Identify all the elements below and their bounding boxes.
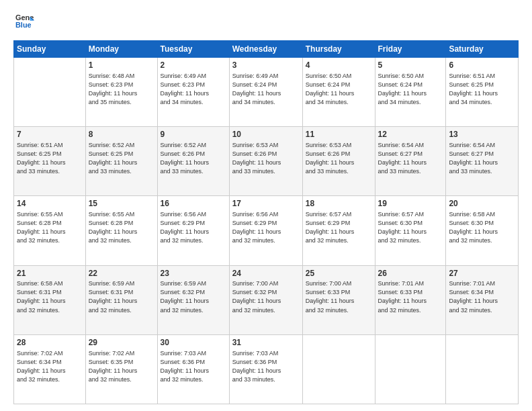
- day-info: Sunrise: 6:57 AM Sunset: 6:30 PM Dayligh…: [378, 210, 443, 245]
- day-number: 20: [449, 198, 515, 210]
- day-number: 30: [161, 337, 226, 349]
- day-cell: 6Sunrise: 6:51 AM Sunset: 6:25 PM Daylig…: [446, 58, 519, 127]
- week-row-4: 21Sunrise: 6:58 AM Sunset: 6:31 PM Dayli…: [14, 265, 519, 334]
- day-cell: 15Sunrise: 6:55 AM Sunset: 6:28 PM Dayli…: [85, 196, 157, 265]
- day-number: 21: [17, 268, 83, 279]
- day-cell: [302, 334, 375, 404]
- weekday-header-thursday: Thursday: [302, 41, 375, 58]
- day-cell: [14, 58, 86, 127]
- day-cell: 21Sunrise: 6:58 AM Sunset: 6:31 PM Dayli…: [14, 265, 86, 334]
- day-number: 1: [89, 60, 154, 71]
- day-number: 5: [378, 60, 443, 71]
- day-info: Sunrise: 6:50 AM Sunset: 6:24 PM Dayligh…: [378, 72, 443, 107]
- day-info: Sunrise: 6:49 AM Sunset: 6:24 PM Dayligh…: [232, 72, 300, 107]
- day-cell: 26Sunrise: 7:01 AM Sunset: 6:33 PM Dayli…: [375, 265, 446, 334]
- day-info: Sunrise: 7:01 AM Sunset: 6:34 PM Dayligh…: [449, 279, 515, 314]
- day-number: 18: [306, 198, 372, 210]
- week-row-3: 14Sunrise: 6:55 AM Sunset: 6:28 PM Dayli…: [14, 196, 519, 265]
- day-info: Sunrise: 6:53 AM Sunset: 6:26 PM Dayligh…: [306, 141, 372, 176]
- day-number: 29: [89, 337, 154, 349]
- day-number: 23: [161, 268, 226, 279]
- day-info: Sunrise: 6:59 AM Sunset: 6:31 PM Dayligh…: [89, 279, 154, 314]
- day-number: 27: [449, 268, 515, 279]
- weekday-header-wednesday: Wednesday: [229, 41, 302, 58]
- day-info: Sunrise: 6:59 AM Sunset: 6:32 PM Dayligh…: [161, 279, 226, 314]
- day-cell: 22Sunrise: 6:59 AM Sunset: 6:31 PM Dayli…: [85, 265, 157, 334]
- day-number: 15: [89, 198, 154, 210]
- day-number: 17: [232, 198, 300, 210]
- day-info: Sunrise: 6:51 AM Sunset: 6:25 PM Dayligh…: [17, 141, 83, 176]
- day-cell: 9Sunrise: 6:52 AM Sunset: 6:26 PM Daylig…: [157, 127, 229, 196]
- day-cell: 17Sunrise: 6:56 AM Sunset: 6:29 PM Dayli…: [229, 196, 302, 265]
- day-cell: 18Sunrise: 6:57 AM Sunset: 6:29 PM Dayli…: [302, 196, 375, 265]
- day-number: 12: [378, 129, 443, 140]
- day-number: 11: [306, 129, 372, 140]
- day-cell: 24Sunrise: 7:00 AM Sunset: 6:32 PM Dayli…: [229, 265, 302, 334]
- weekday-header-saturday: Saturday: [446, 41, 519, 58]
- day-cell: 4Sunrise: 6:50 AM Sunset: 6:24 PM Daylig…: [302, 58, 375, 127]
- day-number: 9: [161, 129, 226, 140]
- day-cell: 2Sunrise: 6:49 AM Sunset: 6:23 PM Daylig…: [157, 58, 229, 127]
- day-cell: 20Sunrise: 6:58 AM Sunset: 6:30 PM Dayli…: [446, 196, 519, 265]
- day-cell: [375, 334, 446, 404]
- weekday-header-friday: Friday: [375, 41, 446, 58]
- day-number: 4: [306, 60, 372, 71]
- day-cell: 30Sunrise: 7:03 AM Sunset: 6:36 PM Dayli…: [157, 334, 229, 404]
- day-number: 7: [17, 129, 83, 140]
- day-number: 26: [378, 268, 443, 279]
- day-number: 22: [89, 268, 154, 279]
- week-row-2: 7Sunrise: 6:51 AM Sunset: 6:25 PM Daylig…: [14, 127, 519, 196]
- day-number: 19: [378, 198, 443, 210]
- day-number: 28: [17, 337, 83, 349]
- day-cell: 1Sunrise: 6:48 AM Sunset: 6:23 PM Daylig…: [85, 58, 157, 127]
- calendar-table: SundayMondayTuesdayWednesdayThursdayFrid…: [13, 40, 519, 404]
- day-number: 3: [232, 60, 300, 71]
- day-cell: 14Sunrise: 6:55 AM Sunset: 6:28 PM Dayli…: [14, 196, 86, 265]
- day-cell: 12Sunrise: 6:54 AM Sunset: 6:27 PM Dayli…: [375, 127, 446, 196]
- header: General Blue: [13, 12, 519, 34]
- day-info: Sunrise: 6:55 AM Sunset: 6:28 PM Dayligh…: [17, 210, 83, 245]
- day-cell: 8Sunrise: 6:52 AM Sunset: 6:25 PM Daylig…: [85, 127, 157, 196]
- day-number: 6: [449, 60, 515, 71]
- day-info: Sunrise: 7:00 AM Sunset: 6:32 PM Dayligh…: [232, 279, 300, 314]
- logo: General Blue: [13, 12, 34, 34]
- day-info: Sunrise: 6:49 AM Sunset: 6:23 PM Dayligh…: [161, 72, 226, 107]
- day-cell: 3Sunrise: 6:49 AM Sunset: 6:24 PM Daylig…: [229, 58, 302, 127]
- day-info: Sunrise: 7:01 AM Sunset: 6:33 PM Dayligh…: [378, 279, 443, 314]
- day-number: 31: [232, 337, 300, 349]
- svg-text:Blue: Blue: [15, 21, 32, 29]
- weekday-header-sunday: Sunday: [14, 41, 86, 58]
- day-number: 24: [232, 268, 300, 279]
- day-cell: 5Sunrise: 6:50 AM Sunset: 6:24 PM Daylig…: [375, 58, 446, 127]
- week-row-1: 1Sunrise: 6:48 AM Sunset: 6:23 PM Daylig…: [14, 58, 519, 127]
- week-row-5: 28Sunrise: 7:02 AM Sunset: 6:34 PM Dayli…: [14, 334, 519, 404]
- weekday-header-row: SundayMondayTuesdayWednesdayThursdayFrid…: [14, 41, 519, 58]
- day-info: Sunrise: 6:50 AM Sunset: 6:24 PM Dayligh…: [306, 72, 372, 107]
- weekday-header-tuesday: Tuesday: [157, 41, 229, 58]
- day-info: Sunrise: 7:02 AM Sunset: 6:34 PM Dayligh…: [17, 349, 83, 384]
- day-number: 2: [161, 60, 226, 71]
- day-cell: 13Sunrise: 6:54 AM Sunset: 6:27 PM Dayli…: [446, 127, 519, 196]
- day-info: Sunrise: 7:03 AM Sunset: 6:36 PM Dayligh…: [161, 349, 226, 384]
- day-info: Sunrise: 6:54 AM Sunset: 6:27 PM Dayligh…: [378, 141, 443, 176]
- day-cell: 11Sunrise: 6:53 AM Sunset: 6:26 PM Dayli…: [302, 127, 375, 196]
- day-cell: 10Sunrise: 6:53 AM Sunset: 6:26 PM Dayli…: [229, 127, 302, 196]
- day-cell: 16Sunrise: 6:56 AM Sunset: 6:29 PM Dayli…: [157, 196, 229, 265]
- day-number: 8: [89, 129, 154, 140]
- day-number: 13: [449, 129, 515, 140]
- day-cell: 25Sunrise: 7:00 AM Sunset: 6:33 PM Dayli…: [302, 265, 375, 334]
- day-info: Sunrise: 6:54 AM Sunset: 6:27 PM Dayligh…: [449, 141, 515, 176]
- day-info: Sunrise: 6:58 AM Sunset: 6:31 PM Dayligh…: [17, 279, 83, 314]
- day-info: Sunrise: 6:58 AM Sunset: 6:30 PM Dayligh…: [449, 210, 515, 245]
- page: General Blue SundayMondayTuesdayWednesda…: [0, 0, 532, 411]
- day-info: Sunrise: 6:56 AM Sunset: 6:29 PM Dayligh…: [161, 210, 226, 245]
- day-cell: 7Sunrise: 6:51 AM Sunset: 6:25 PM Daylig…: [14, 127, 86, 196]
- day-info: Sunrise: 7:03 AM Sunset: 6:36 PM Dayligh…: [232, 349, 300, 384]
- day-cell: 27Sunrise: 7:01 AM Sunset: 6:34 PM Dayli…: [446, 265, 519, 334]
- day-info: Sunrise: 6:51 AM Sunset: 6:25 PM Dayligh…: [449, 72, 515, 107]
- day-cell: [446, 334, 519, 404]
- day-number: 10: [232, 129, 300, 140]
- day-info: Sunrise: 6:55 AM Sunset: 6:28 PM Dayligh…: [89, 210, 154, 245]
- logo-icon: General Blue: [15, 12, 34, 31]
- day-number: 25: [306, 268, 372, 279]
